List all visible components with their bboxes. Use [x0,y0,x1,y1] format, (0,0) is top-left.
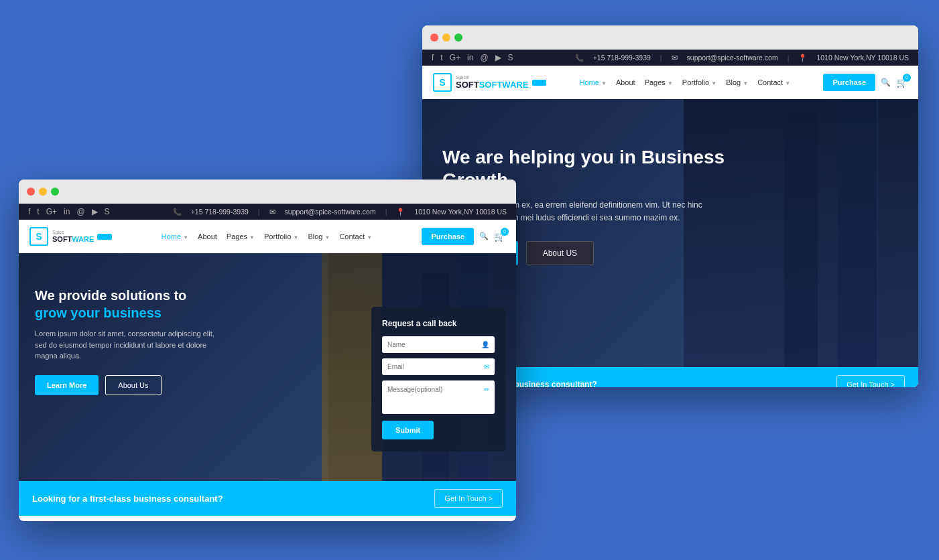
nav-bar-front: S Spice SOFTWARE PRO Home ▼ About Pages … [19,220,516,253]
nav-about-back[interactable]: About [616,78,635,86]
email-icon: ✉ [672,54,678,62]
name-field-wrapper: 👤 [382,336,495,353]
get-in-touch-button-front[interactable]: Get In Touch > [434,489,503,508]
submit-button[interactable]: Submit [382,421,434,439]
gp-icon-front[interactable]: G+ [46,207,57,216]
tw-icon[interactable]: t [440,53,442,62]
email-text-back: support@spice-software.com [687,54,778,62]
email-text-front: support@spice-software.com [285,208,376,216]
logo-product-back: SOFTSOFTWARE PRO [456,80,546,90]
nav-menu-back: Home ▼ About Pages ▼ Portfolio ▼ Blog ▼ … [580,78,790,86]
sk-icon[interactable]: S [508,53,513,62]
social-icons-front: f t G+ in @ ▶ S [28,207,110,216]
li-icon-front[interactable]: in [64,207,70,216]
hero-section-front: We provide solutions to grow your busine… [19,253,516,481]
purchase-button-front[interactable]: Purchase [422,228,474,245]
callout-text-front: Looking for a first-class business consu… [32,494,223,504]
address-text-back: 1010 New York,NY 10018 US [816,54,909,62]
yt-icon-front[interactable]: ▶ [92,207,98,216]
nav-home-back[interactable]: Home ▼ [580,78,607,86]
phone-icon-front: 📞 [173,208,182,216]
nav-home-front[interactable]: Home ▼ [162,232,188,240]
nav-blog-back[interactable]: Blog ▼ [726,78,748,86]
about-button-back[interactable]: About US [526,241,594,265]
logo-product-front: SOFTWARE PRO [52,234,112,243]
contact-info-back: 📞 +15 718-999-3939 | ✉ support@spice-sof… [575,54,909,62]
hero-subtext-front: Lorem ipsum dolor sit amet, consectetur … [35,328,223,362]
fb-icon-front[interactable]: f [28,207,30,216]
phone-icon: 📞 [575,54,584,62]
yt-icon[interactable]: ▶ [495,53,501,62]
browser-chrome-front [19,180,516,204]
person-icon: 👤 [481,341,489,348]
form-title: Request a call back [382,319,495,328]
li-icon[interactable]: in [467,53,473,62]
about-button-front[interactable]: About Us [105,375,161,395]
email-input[interactable] [387,363,484,370]
nav-portfolio-back[interactable]: Portfolio ▼ [682,78,716,86]
logo-front: S Spice SOFTWARE PRO [29,227,112,246]
dot-red[interactable] [430,33,438,42]
request-form: Request a call back 👤 ✉ ✏ Submit [371,307,505,451]
dot-green-front[interactable] [51,188,59,196]
logo-icon-front: S [29,227,48,246]
nav-contact-back[interactable]: Contact ▼ [757,78,790,86]
nav-contact-front[interactable]: Contact ▼ [339,232,372,240]
tw-icon-front[interactable]: t [37,207,39,216]
social-icons-back: f t G+ in @ ▶ S [432,53,513,62]
nav-about-front[interactable]: About [198,232,217,240]
logo-icon-back: S [433,73,452,92]
logo-back: S Spice SOFTSOFTWARE PRO [433,73,546,92]
message-field-wrapper: ✏ [382,380,495,414]
pencil-icon: ✏ [484,386,489,393]
nav-right-back: Purchase 🔍 🛒0 [823,74,907,91]
address-text-front: 1010 New York,NY 10018 US [414,208,507,216]
browser-chrome-back [422,25,918,50]
phone-text-back: +15 718-999-3939 [593,54,651,62]
dot-yellow-front[interactable] [39,188,47,196]
get-in-touch-button-back[interactable]: Get In Touch > [836,375,905,387]
email-field-wrapper: ✉ [382,358,495,375]
envelope-icon: ✉ [484,363,489,370]
cart-badge-front: 0 [501,228,509,236]
message-textarea[interactable] [382,380,495,414]
phone-text-front: +15 718-999-3939 [191,208,249,216]
ig-icon-front[interactable]: @ [76,207,84,216]
email-icon-front: ✉ [269,208,275,216]
nav-bar-back: S Spice SOFTSOFTWARE PRO Home ▼ About Pa… [422,66,918,99]
callout-bar-front: Looking for a first-class business consu… [19,481,516,516]
nav-menu-front: Home ▼ About Pages ▼ Portfolio ▼ Blog ▼ … [162,232,372,240]
search-icon-back[interactable]: 🔍 [881,78,891,87]
cart-icon-front[interactable]: 🛒0 [494,231,505,242]
sk-icon-front[interactable]: S [105,207,110,216]
cart-badge-back: 0 [903,74,911,82]
hero-heading-front: We provide solutions to grow your busine… [35,287,249,322]
learn-more-button-front[interactable]: Learn More [35,375,99,395]
nav-pages-back[interactable]: Pages ▼ [645,78,673,86]
purchase-button-back[interactable]: Purchase [823,74,875,91]
hero-highlight-front: grow your business [35,305,162,320]
dot-yellow[interactable] [442,33,450,42]
name-input[interactable] [387,341,481,348]
top-bar-back: f t G+ in @ ▶ S 📞 +15 718-999-3939 | ✉ s… [422,50,918,66]
ig-icon[interactable]: @ [480,53,488,62]
contact-info-front: 📞 +15 718-999-3939 | ✉ support@spice-sof… [173,208,507,216]
loc-icon: 📍 [798,54,807,62]
search-icon-front[interactable]: 🔍 [479,232,489,240]
nav-pages-front[interactable]: Pages ▼ [227,232,255,240]
loc-icon-front: 📍 [396,208,405,216]
fb-icon[interactable]: f [432,53,434,62]
nav-right-front: Purchase 🔍 🛒0 [422,228,505,245]
dot-green[interactable] [454,33,462,42]
gp-icon[interactable]: G+ [450,53,460,62]
nav-blog-front[interactable]: Blog ▼ [308,232,330,240]
browser-window-front: f t G+ in @ ▶ S 📞 +15 718-999-3939 | ✉ s… [19,180,516,521]
top-bar-front: f t G+ in @ ▶ S 📞 +15 718-999-3939 | ✉ s… [19,204,516,220]
dot-red-front[interactable] [27,188,35,196]
cart-icon-back[interactable]: 🛒0 [896,77,907,88]
nav-portfolio-front[interactable]: Portfolio ▼ [264,232,298,240]
